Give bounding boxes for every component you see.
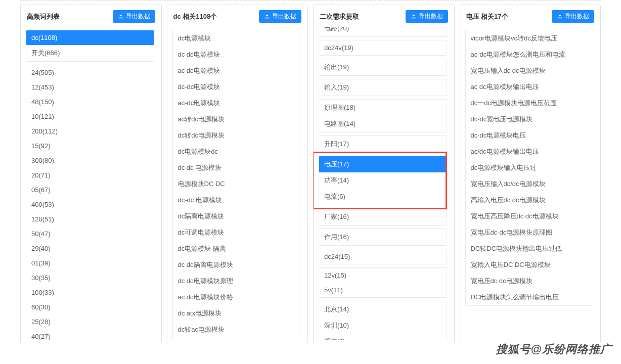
list-item[interactable]: dc(1108) bbox=[26, 30, 154, 45]
scroll-area[interactable]: dc电源模块dc dc电源模块ac dc电源模块dc-dc电源模块ac-dc电源… bbox=[170, 27, 305, 340]
list-item[interactable]: dc-dc电源模块电压 bbox=[466, 127, 593, 144]
list-item[interactable]: dc一dc电源模块电源电压范围 bbox=[466, 95, 593, 111]
export-label: 导出数据 bbox=[419, 12, 443, 21]
list-item[interactable]: 200(112) bbox=[26, 124, 154, 139]
list-item[interactable]: 电路图(14) bbox=[319, 116, 447, 132]
list-item[interactable]: DC转DC电源模块输出电压过低 bbox=[466, 241, 593, 257]
list-item[interactable]: 宽电压高压降压dc dc电源模块 bbox=[466, 208, 593, 224]
list-item[interactable]: 作用(16) bbox=[319, 229, 447, 245]
list-item[interactable]: 50(47) bbox=[26, 226, 154, 241]
list-block: 作用(16) bbox=[319, 229, 447, 246]
list-item[interactable]: ac-dc电源模块 bbox=[173, 95, 300, 111]
list-item[interactable]: dc dc电源模块原理 bbox=[173, 273, 300, 289]
list-block: 升阳(17) bbox=[319, 135, 447, 153]
list-item[interactable]: dc转ac电源模块 bbox=[173, 322, 300, 338]
list-item[interactable]: 电路(20) bbox=[319, 27, 447, 36]
list-item[interactable]: ac dc电源模块输出电压 bbox=[466, 79, 593, 95]
list-item[interactable]: dc dc电源模块 bbox=[173, 47, 300, 63]
list-item[interactable]: ac-dc电源模块怎么测电压和电流 bbox=[466, 47, 593, 63]
list-item[interactable]: dc24(15) bbox=[319, 249, 447, 264]
list-item[interactable]: 05(67) bbox=[26, 183, 154, 197]
list-item[interactable]: ac dc电源模块价格 bbox=[173, 289, 300, 305]
list-item[interactable]: dc-dc 电源模块 bbox=[173, 192, 300, 208]
list-item[interactable]: 厂家(16) bbox=[319, 209, 447, 225]
list-item[interactable]: dc-dc宽电压电源模块 bbox=[466, 111, 593, 127]
list-item[interactable]: 30(35) bbox=[26, 270, 154, 285]
list-item[interactable]: 12v(15) bbox=[319, 268, 447, 283]
list-item[interactable]: 开关(666) bbox=[26, 45, 154, 61]
list-item[interactable]: 原理图(18) bbox=[319, 100, 447, 116]
list-item[interactable]: 48(150) bbox=[26, 95, 154, 109]
list-item[interactable]: 电源模块DC DC bbox=[173, 176, 300, 192]
list-item[interactable]: 输出(19) bbox=[319, 59, 447, 75]
list-item[interactable]: dc电源模块dc bbox=[173, 144, 300, 160]
watermark: 搜狐号@乐纷网络推广 bbox=[496, 342, 612, 357]
list-item[interactable]: 深圳(10) bbox=[319, 317, 447, 334]
list-item[interactable]: 01(39) bbox=[26, 256, 154, 270]
panel-title: 电压 相关17个 bbox=[466, 12, 508, 21]
list-item[interactable]: dc电源模块 bbox=[173, 30, 300, 47]
list-item[interactable]: dc atx电源模块 bbox=[173, 305, 300, 322]
export-button[interactable]: 导出数据 bbox=[259, 10, 301, 23]
list-item[interactable]: 重庆(6) bbox=[319, 334, 447, 340]
list-item[interactable]: 60(30) bbox=[26, 300, 154, 314]
list-item[interactable]: 40(27) bbox=[26, 329, 154, 340]
list-block: 原理图(18)电路图(14) bbox=[319, 99, 447, 132]
list-item[interactable]: 15(92) bbox=[26, 139, 154, 153]
list-item[interactable]: 电流(6) bbox=[319, 189, 447, 205]
list-block: dc24(15) bbox=[319, 249, 447, 264]
list-item[interactable]: 300(80) bbox=[26, 153, 154, 168]
list-item[interactable]: dc-dc电源模块 bbox=[173, 79, 300, 95]
list-item[interactable]: 400(53) bbox=[26, 197, 154, 212]
scroll-area[interactable]: vicor电源模块vc转dc反馈电压ac-dc电源模块怎么测电压和电流宽电压输入… bbox=[463, 27, 598, 340]
export-button[interactable]: 导出数据 bbox=[113, 10, 155, 23]
panel-dc-related: dc 相关1108个 导出数据 dc电源模块dc dc电源模块ac dc电源模块… bbox=[167, 5, 308, 343]
list-item[interactable]: 电压(17) bbox=[319, 156, 447, 172]
list-item[interactable]: 120(51) bbox=[26, 212, 154, 226]
list-item[interactable]: dc可调电源模块 bbox=[173, 224, 300, 241]
export-button[interactable]: 导出数据 bbox=[406, 10, 448, 23]
list-item[interactable]: dc电源模块输入电压过 bbox=[466, 160, 593, 176]
list-item[interactable]: 宽电压dc dc电源模块 bbox=[466, 273, 593, 289]
list-item[interactable]: ac/dc电源模块输出电压 bbox=[466, 144, 593, 160]
list-item[interactable]: 10(121) bbox=[26, 109, 154, 124]
list-item[interactable]: 宽输入电压DC DC电源模块 bbox=[466, 257, 593, 273]
list-item[interactable]: 升阳(17) bbox=[319, 136, 447, 152]
list-item[interactable]: 24(505) bbox=[26, 65, 154, 80]
export-button[interactable]: 导出数据 bbox=[552, 10, 594, 23]
list-item[interactable]: 高输入电压dc dc电源模块 bbox=[466, 192, 593, 208]
panel-title: 高频词列表 bbox=[27, 12, 60, 21]
list-item[interactable]: dc隔离电源模块 bbox=[173, 208, 300, 224]
list-item[interactable]: 29(40) bbox=[26, 241, 154, 256]
export-label: 导出数据 bbox=[126, 12, 150, 21]
list-item[interactable]: 宽电压dc-dc电源模块原理图 bbox=[466, 224, 593, 241]
list-item[interactable]: 25(28) bbox=[26, 314, 154, 329]
list-item[interactable]: 12(453) bbox=[26, 80, 154, 95]
list-item[interactable]: dc转dc电源模块 bbox=[173, 127, 300, 144]
list-item[interactable]: dc电源模块 隔离 bbox=[173, 241, 300, 257]
panel-title: dc 相关1108个 bbox=[173, 12, 217, 21]
list-block: 输入(19) bbox=[319, 79, 447, 96]
list-item[interactable]: 北京(14) bbox=[319, 301, 447, 317]
list-item[interactable]: vicor电源模块vc转dc反馈电压 bbox=[466, 30, 593, 47]
scroll-area[interactable]: dc(1108)开关(666)24(505)12(453)48(150)10(1… bbox=[24, 27, 158, 340]
list-item[interactable]: dc24v(19) bbox=[319, 40, 447, 55]
panel-title: 二次需求提取 bbox=[320, 12, 359, 21]
list-item[interactable]: dc dc隔离电源模块 bbox=[173, 257, 300, 273]
list-item[interactable]: 100(33) bbox=[26, 285, 154, 300]
scroll-area[interactable]: 电路(20)dc24v(19)输出(19)输入(19)原理图(18)电路图(14… bbox=[317, 27, 451, 340]
list-item[interactable]: ac dc电源模块 bbox=[173, 63, 300, 79]
list-block: 电压(17)功率(14)电流(6) bbox=[319, 156, 447, 205]
list-item[interactable]: 宽电压输入dc/dc电源模块 bbox=[466, 176, 593, 192]
list-item[interactable]: 宽电压输入dc dc电源模块 bbox=[466, 63, 593, 79]
list-item[interactable]: dc dc 电源模块 bbox=[173, 160, 300, 176]
list-item[interactable]: 功率(14) bbox=[319, 172, 447, 189]
list-item[interactable]: 20(71) bbox=[26, 168, 154, 183]
list-block: dc(1108)开关(666) bbox=[26, 30, 154, 62]
list-item[interactable]: dc-dc 隔离 电源模块 bbox=[173, 338, 300, 340]
panel-header: 高频词列表 导出数据 bbox=[21, 5, 161, 27]
list-item[interactable]: 5v(11) bbox=[319, 283, 447, 297]
list-item[interactable]: 输入(19) bbox=[319, 79, 447, 96]
list-item[interactable]: DC电源模块怎么调节输出电压 bbox=[466, 289, 593, 305]
list-item[interactable]: ac转dc电源模块 bbox=[173, 111, 300, 127]
